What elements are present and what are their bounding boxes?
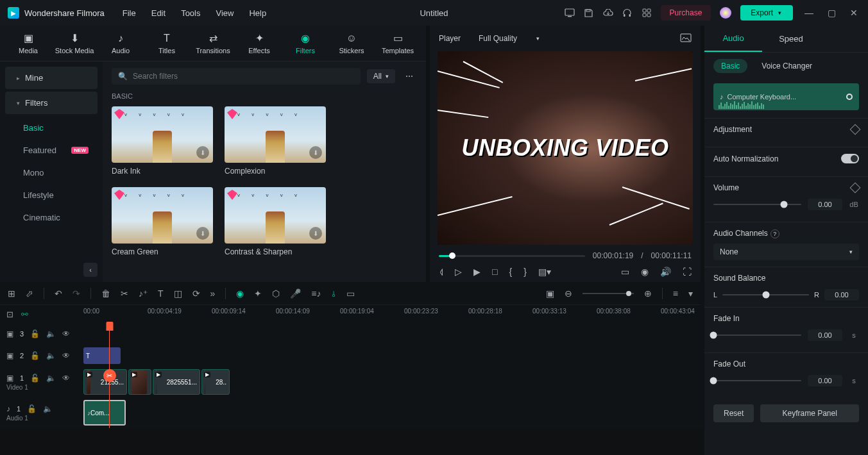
subtab-voice-changer[interactable]: Voice Changer <box>754 59 820 73</box>
voiceover-icon[interactable]: 🎤 <box>290 288 301 299</box>
auto-norm-toggle[interactable] <box>841 154 859 163</box>
channels-dropdown[interactable]: None▾ <box>713 244 859 260</box>
quality-dropdown[interactable]: Full Quality▾ <box>473 31 545 46</box>
adjustment-keyframe-icon[interactable] <box>850 124 861 135</box>
display-button[interactable]: ▭ <box>621 267 629 277</box>
volume-keyframe-icon[interactable] <box>850 183 861 194</box>
download-icon[interactable]: ⬇ <box>196 227 209 240</box>
mute-icon[interactable]: 🔈 <box>46 329 56 338</box>
tab-titles[interactable]: TTitles <box>144 30 190 57</box>
delete-button[interactable]: 🗑 <box>101 288 110 299</box>
mark-out-button[interactable]: } <box>523 267 527 277</box>
track-link-icon[interactable]: ⚯ <box>21 310 28 319</box>
playhead[interactable]: ✂ <box>109 323 110 428</box>
menu-view[interactable]: View <box>216 8 234 18</box>
fade-in-value[interactable]: 0.00 <box>808 329 842 341</box>
export-button[interactable]: Export▾ <box>740 5 793 21</box>
speed-icon[interactable]: ⟳ <box>192 288 200 299</box>
tab-transitions[interactable]: ⇄Transitions <box>190 30 236 57</box>
render-icon[interactable]: ▣ <box>546 288 554 299</box>
tracks-opts-icon[interactable]: ▾ <box>688 288 693 299</box>
zoom-out-icon[interactable]: ⊖ <box>565 288 572 299</box>
close-button[interactable]: ✕ <box>847 8 860 18</box>
split-button[interactable]: ✂ <box>121 288 128 299</box>
marker-icon[interactable]: ⬡ <box>272 288 280 299</box>
sidebar-lifestyle[interactable]: Lifestyle <box>0 184 103 206</box>
download-icon[interactable]: ⬇ <box>309 146 322 159</box>
play-button[interactable]: ▶ <box>473 267 481 277</box>
lock-icon[interactable]: 🔓 <box>27 404 37 413</box>
channels-help-icon[interactable]: ? <box>770 229 779 238</box>
zoom-slider[interactable] <box>583 293 634 294</box>
headphones-icon[interactable] <box>622 8 633 18</box>
more-options-button[interactable]: ⋯ <box>402 72 417 81</box>
lock-icon[interactable]: 🔓 <box>30 374 40 383</box>
tab-templates[interactable]: ▭Templates <box>375 30 421 57</box>
tab-effects[interactable]: ✦Effects <box>236 30 282 57</box>
filter-thumb-cream-green[interactable]: v v v v v⬇Cream Green <box>112 187 213 256</box>
layout-icon[interactable]: ⊞ <box>8 288 15 299</box>
maximize-button[interactable]: ▢ <box>825 8 838 18</box>
title-clip[interactable]: T <box>83 347 121 364</box>
tab-media[interactable]: ▣Media <box>5 30 51 57</box>
filter-thumb-complexion[interactable]: v v v v v⬇Complexion <box>225 106 326 176</box>
volume-slider[interactable] <box>713 204 801 205</box>
sidebar-mine[interactable]: ▸Mine <box>5 67 98 89</box>
rtab-speed[interactable]: Speed <box>762 26 820 52</box>
collapse-sidebar-button[interactable]: ‹ <box>83 263 98 277</box>
balance-value[interactable]: 0.00 <box>824 289 859 301</box>
device-icon[interactable] <box>565 8 575 18</box>
reset-button[interactable]: Reset <box>713 404 754 422</box>
audio-mix-icon[interactable]: ≡♪ <box>311 288 321 299</box>
playback-slider[interactable] <box>439 255 585 257</box>
preview-viewport[interactable]: UNBOXING VIDEO <box>438 51 693 245</box>
tab-audio[interactable]: ♪Audio <box>98 30 144 57</box>
ai-assistant-icon[interactable]: ◉ <box>236 288 244 299</box>
zoom-in-icon[interactable]: ⊕ <box>644 288 652 299</box>
filter-thumb-contrast-sharpen[interactable]: v v v v v⬇Contrast & Sharpen <box>225 187 326 256</box>
user-avatar-icon[interactable] <box>720 7 731 19</box>
timeline-ruler[interactable]: 00:0000:00:04:1900:00:09:1400:00:14:0900… <box>83 305 701 323</box>
tab-stock-media[interactable]: ⬇Stock Media <box>51 30 98 57</box>
track-manage-icon[interactable]: ⊡ <box>6 310 13 319</box>
menu-edit[interactable]: Edit <box>151 8 166 18</box>
audio-clip-1[interactable]: ♪Com... <box>83 400 126 426</box>
fade-out-value[interactable]: 0.00 <box>808 375 842 386</box>
volume-value[interactable]: 0.00 <box>808 199 842 210</box>
music-edit-icon[interactable]: ♪⁺ <box>139 288 148 299</box>
search-input[interactable] <box>133 72 354 81</box>
visibility-icon[interactable]: 👁 <box>62 374 70 383</box>
tracks-view-icon[interactable]: ≡ <box>673 288 678 299</box>
link-icon[interactable]: ▭ <box>346 288 355 299</box>
mute-icon[interactable]: 🔈 <box>43 404 53 413</box>
download-icon[interactable]: ⬇ <box>309 227 322 240</box>
sidebar-cinematic[interactable]: Cinematic <box>0 206 103 229</box>
cursor-icon[interactable]: ⬀ <box>26 288 33 299</box>
filter-thumb-dark-ink[interactable]: v v v v v⬇Dark Ink <box>112 106 213 176</box>
balance-slider[interactable] <box>722 294 809 295</box>
cloud-icon[interactable] <box>603 8 613 18</box>
fullscreen-button[interactable]: ⛶ <box>683 267 692 277</box>
visibility-icon[interactable]: 👁 <box>62 329 70 338</box>
mark-in-button[interactable]: { <box>509 267 512 277</box>
sidebar-filters[interactable]: ▾Filters <box>5 92 98 114</box>
undo-button[interactable]: ↶ <box>55 288 62 299</box>
save-icon[interactable] <box>584 8 594 18</box>
sidebar-basic[interactable]: Basic <box>0 117 103 139</box>
magnet-icon[interactable]: ⫰ <box>332 288 336 299</box>
rtab-audio[interactable]: Audio <box>704 26 762 52</box>
clip-marker[interactable] <box>846 94 853 100</box>
play-pause-button[interactable]: ▷ <box>455 267 462 277</box>
menu-help[interactable]: Help <box>249 8 266 18</box>
color-icon[interactable]: ✦ <box>254 288 262 299</box>
snapshot-button[interactable]: ◉ <box>641 267 649 277</box>
tab-stickers[interactable]: ☺Stickers <box>328 30 375 57</box>
sidebar-mono[interactable]: Mono <box>0 161 103 184</box>
mute-icon[interactable]: 🔈 <box>46 351 56 360</box>
tab-filters[interactable]: ◉Filters <box>282 30 328 57</box>
sidebar-featured[interactable]: Featured NEW <box>0 139 103 161</box>
subtab-basic[interactable]: Basic <box>713 59 747 73</box>
prev-frame-button[interactable]: ⦉ <box>439 267 443 277</box>
menu-tools[interactable]: Tools <box>181 8 200 18</box>
text-edit-icon[interactable]: T <box>158 288 164 299</box>
